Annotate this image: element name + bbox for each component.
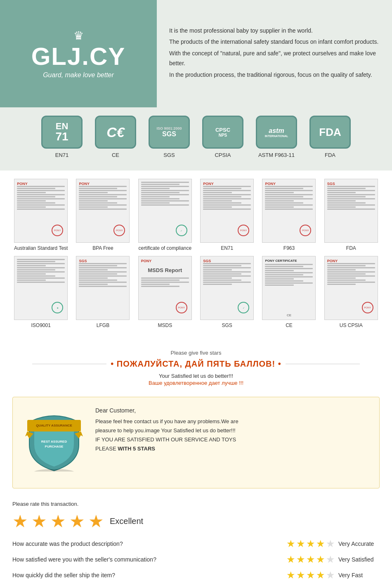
cert-doc-label: FDA (346, 245, 356, 251)
mini-star-empty-icon: ★ (326, 538, 335, 550)
cert-doc-image-10: PONY CERTIFICATE CE (262, 256, 316, 320)
rating-question-2: How satisfied were you with the seller's… (12, 556, 286, 563)
svg-point-4 (33, 469, 75, 472)
divider-right (286, 364, 360, 364)
cert-doc-label: CE (286, 322, 293, 328)
mini-star-icon: ★ (316, 554, 325, 565)
cert-doc-label: BPA Free (92, 245, 113, 251)
mini-star-icon: ★ (316, 538, 325, 550)
cert-doc-label: SGS (222, 322, 232, 328)
cert-doc-image-6: ★ (14, 256, 68, 320)
five-stars-small-text: Please give five stars (0, 350, 392, 356)
brand-desc-3: With the concept of "natural, pure and s… (169, 49, 380, 69)
cert-doc-item: PONY PONY US CPSIA (323, 256, 380, 328)
star-3-icon: ★ (50, 511, 66, 531)
five-stars-section: Please give five stars • ПОЖАЛУЙСТА, ДАЙ… (0, 341, 392, 397)
cert-doc-item: PONY CERTIFICATE CE CE (260, 256, 317, 328)
cert-doc-item: PONY PONY BPA Free (74, 179, 131, 251)
cert-doc-label: certificate of compliance (138, 245, 191, 251)
five-stars-russian: • ПОЖАЛУЙСТА, ДАЙ ПЯТЬ БАЛЛОВ! • (111, 359, 281, 369)
svg-text:REST ASSURED: REST ASSURED (41, 440, 67, 443)
excellent-label: Excellent (110, 517, 143, 526)
five-stars-satisfied-en: Your Satisfied let us do better!!! (0, 373, 392, 379)
cert-cpsia-box: CPSC NPS (202, 116, 243, 149)
mini-star-icon: ★ (286, 538, 295, 550)
cert-fda: FDA FDA (309, 116, 351, 158)
mini-star-icon: ★ (296, 538, 305, 550)
brand-desc-4: In the production process, the tradition… (169, 70, 380, 80)
cert-sgs-label: SGS (163, 152, 175, 158)
cert-doc-stamp: PONY (176, 302, 187, 313)
rating-row-3: How quickly did the seller ship the item… (12, 569, 380, 581)
cert-doc-item: SGS LFGB (74, 256, 131, 328)
cert-doc-brand: SGS (79, 259, 127, 263)
cert-icons-section: EN 71 EN71 C€ CE ISO 9001:2000 SGS SGS C… (0, 107, 392, 171)
cert-en71: EN 71 EN71 (41, 116, 83, 158)
cert-en71-box: EN 71 (41, 116, 83, 149)
rating-row-1: How accurate was the product description… (12, 538, 380, 550)
qa-section: QUALITY ASSURANCE REST ASSURED PURCHASE … (12, 397, 380, 488)
mini-star-icon: ★ (296, 554, 305, 565)
cert-doc-item: SGS FDA (323, 179, 380, 251)
cert-astm-label: ASTM F963-11 (258, 152, 295, 158)
cert-doc-brand: SGS (327, 182, 375, 186)
cert-doc-stamp: ✓ (238, 302, 249, 313)
cert-docs-grid-row2: ★ ISO9001 SGS LFGB PONY MSDS Rep (12, 256, 380, 328)
brand-logo-side: ♛ GLJ.CY Guard, make love better (0, 0, 157, 107)
brand-name: GLJ.CY (31, 44, 126, 69)
cert-cpsia: CPSC NPS CPSIA (202, 116, 243, 158)
cert-astm: astm INTERNATIONAL ASTM F963-11 (256, 116, 297, 158)
cert-doc-item: ✓ certificate of compliance (137, 179, 194, 251)
rating-row-2: How satisfied were you with the seller's… (12, 554, 380, 565)
rating-question-3: How quickly did the seller ship the item… (12, 572, 286, 578)
cert-doc-stamp: ★ (52, 302, 63, 313)
brand-tagline: Guard, make love better (43, 71, 114, 79)
cert-doc-image-5: SGS (324, 179, 378, 243)
cert-ce: C€ CE (95, 116, 136, 158)
cert-doc-stamp: PONY (362, 302, 373, 313)
rating-stars-result-1: ★ ★ ★ ★ ★ Very Accurate (286, 538, 380, 550)
cert-doc-item: SGS ✓ SGS (198, 256, 255, 328)
cert-doc-label: Australian Standard Test (14, 245, 68, 251)
main-stars-row: ★ ★ ★ ★ ★ Excellent (12, 511, 380, 531)
brand-crown-icon: ♛ (73, 29, 84, 43)
cert-doc-stamp: ✓ (176, 225, 187, 236)
mini-star-icon: ★ (306, 569, 315, 581)
qa-body-line3: IF YOU ARE SATISFIED WITH OUR SERVICE AN… (95, 436, 236, 443)
mini-star-empty-icon: ★ (326, 569, 335, 581)
rating-stars-result-3: ★ ★ ★ ★ ★ Very Fast (286, 569, 380, 581)
cert-ce-label: CE (112, 152, 119, 158)
mini-star-icon: ★ (286, 554, 295, 565)
cert-doc-item: PONY PONY EN71 (198, 179, 255, 251)
star-4-icon: ★ (69, 511, 85, 531)
cert-ce-box: C€ (95, 116, 136, 149)
cert-fda-box: FDA (309, 116, 351, 149)
five-stars-satisfied-ru: Ваше удовлетворенное дает лучше !!! (0, 380, 392, 386)
cert-doc-brand: SGS (203, 259, 251, 263)
qa-body-line4-prefix: PLEASE (95, 446, 118, 452)
cert-doc-label: MSDS (158, 322, 172, 328)
cert-doc-brand: PONY (17, 182, 65, 186)
shield-svg: QUALITY ASSURANCE REST ASSURED PURCHASE (25, 405, 83, 472)
cert-doc-item: PONY PONY F963 (260, 179, 317, 251)
cert-doc-brand: PONY (265, 182, 313, 186)
qa-body: Please feel free contact us if you have … (95, 417, 371, 453)
rating-please: Please rate this transaction. (12, 501, 380, 507)
cert-doc-item: PONY PONY Australian Standard Test (12, 179, 69, 251)
mini-stars-1: ★ ★ ★ ★ ★ (286, 538, 335, 550)
cert-sgs-box: ISO 9001:2000 SGS (149, 116, 190, 149)
mini-star-icon: ★ (306, 538, 315, 550)
brand-desc-1: It is the most professional baby toy sup… (169, 26, 380, 36)
cert-doc-label: LFGB (97, 322, 109, 328)
rating-stars-result-2: ★ ★ ★ ★ ★ Very Satisfied (286, 554, 380, 565)
brand-header: ♛ GLJ.CY Guard, make love better It is t… (0, 0, 392, 107)
cert-doc-image-9: SGS ✓ (200, 256, 254, 320)
cert-doc-image-4: PONY PONY (262, 179, 316, 243)
cert-doc-brand: PONY (79, 182, 127, 186)
svg-text:QUALITY ASSURANCE: QUALITY ASSURANCE (36, 424, 72, 427)
five-stars-divider: • ПОЖАЛУЙСТА, ДАЙ ПЯТЬ БАЛЛОВ! • (0, 359, 392, 369)
qa-body-line1: Please feel free contact us if you have … (95, 418, 239, 424)
cert-doc-item: PONY MSDS Report PONY MSDS (137, 256, 194, 328)
rating-label-3: Very Fast (338, 572, 380, 578)
brand-desc-2: The products of the international safety… (169, 37, 380, 47)
